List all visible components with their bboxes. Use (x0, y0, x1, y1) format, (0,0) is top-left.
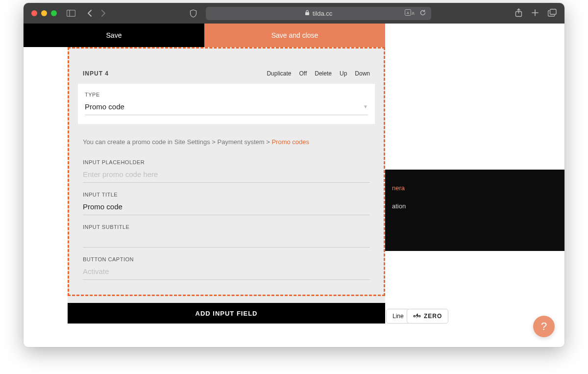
close-window-button[interactable] (31, 10, 37, 16)
type-select[interactable]: Promo code ▼ (85, 102, 368, 115)
forward-button[interactable] (100, 10, 106, 17)
preview-line-orange: nera (392, 184, 558, 192)
minimize-window-button[interactable] (41, 10, 47, 16)
action-down[interactable]: Down (355, 70, 370, 77)
action-delete[interactable]: Delete (315, 70, 332, 77)
title-input[interactable] (83, 200, 370, 215)
caption-label: BUTTON CAPTION (83, 256, 370, 262)
svg-text:A: A (407, 11, 410, 15)
url-bar[interactable]: tilda.cc Aあ (206, 7, 431, 20)
browser-titlebar: tilda.cc Aあ (24, 3, 564, 24)
save-close-button[interactable]: Save and close (204, 24, 385, 47)
privacy-shield-icon[interactable] (190, 9, 197, 18)
zero-bolt-icon (413, 313, 421, 319)
subtitle-label: INPUT SUBTITLE (83, 224, 370, 230)
editor-panel: INPUT 4 Duplicate Off Delete Up Down TYP… (68, 47, 385, 324)
preview-line-grey: ation (392, 202, 406, 210)
placeholder-input[interactable] (83, 168, 370, 183)
new-tab-icon[interactable] (531, 9, 539, 18)
type-label: TYPE (85, 92, 368, 98)
input-block-actions: Duplicate Off Delete Up Down (267, 70, 370, 77)
save-bar: Save Save and close (24, 24, 385, 47)
action-up[interactable]: Up (340, 70, 347, 77)
browser-window: tilda.cc Aあ Save Save and close (24, 3, 564, 347)
promo-codes-link[interactable]: Promo codes (271, 138, 309, 146)
preview-dark-block: nera ation (385, 170, 564, 251)
sidebar-toggle-icon[interactable] (67, 10, 75, 17)
share-icon[interactable] (515, 8, 522, 19)
window-controls (31, 10, 57, 16)
type-card: TYPE Promo code ▼ (78, 84, 375, 124)
url-host: tilda.cc (313, 10, 332, 17)
placeholder-label: INPUT PLACEHOLDER (83, 159, 370, 165)
help-bubble[interactable]: ? (533, 316, 555, 337)
input-block-title: INPUT 4 (83, 70, 109, 77)
svg-rect-10 (550, 9, 557, 14)
back-button[interactable] (87, 10, 93, 17)
add-input-field-button[interactable]: ADD INPUT FIELD (68, 303, 385, 324)
chevron-down-icon: ▼ (363, 104, 368, 109)
lock-icon (305, 10, 310, 17)
input-block-highlight: INPUT 4 Duplicate Off Delete Up Down TYP… (68, 47, 385, 296)
subtitle-input[interactable] (83, 233, 370, 248)
zero-pill[interactable]: ZERO (407, 309, 448, 324)
caption-input[interactable] (83, 265, 370, 280)
zoom-window-button[interactable] (51, 10, 57, 16)
svg-rect-11 (414, 316, 415, 317)
save-button[interactable]: Save (24, 24, 204, 47)
viewport: Save Save and close INPUT 4 Duplicate Of… (24, 24, 564, 347)
svg-rect-13 (419, 316, 420, 317)
title-label: INPUT TITLE (83, 192, 370, 198)
tabs-overview-icon[interactable] (548, 9, 557, 18)
svg-text:あ: あ (412, 11, 415, 15)
svg-marker-12 (416, 314, 418, 319)
action-off[interactable]: Off (299, 70, 307, 77)
svg-rect-0 (67, 10, 75, 17)
action-duplicate[interactable]: Duplicate (267, 70, 291, 77)
reader-mode-icon[interactable]: Aあ (405, 9, 415, 17)
svg-rect-2 (305, 12, 309, 15)
reload-icon[interactable] (419, 9, 426, 18)
type-value: Promo code (85, 102, 124, 111)
promo-hint: You can create a promo code in Site Sett… (78, 124, 375, 150)
